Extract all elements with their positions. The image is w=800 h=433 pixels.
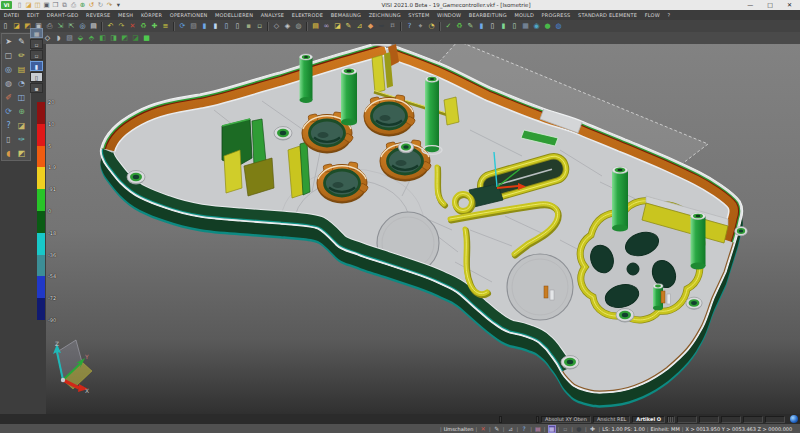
menu-analyse[interactable]: ANALYSE (257, 12, 288, 18)
menu-system[interactable]: SYSTEM (405, 12, 434, 18)
fit-view-icon[interactable]: ◇ (43, 33, 53, 43)
menu-edit[interactable]: EDIT (23, 12, 43, 18)
sphere-green-icon[interactable]: ● (543, 21, 553, 31)
maximize-button[interactable]: □ (767, 2, 773, 8)
menu-operationen[interactable]: OPERATIONEN (166, 12, 211, 18)
layer-blue-icon[interactable]: ▮ (200, 21, 210, 31)
ruler-icon[interactable]: ⊿ (355, 21, 365, 31)
recycle-icon[interactable]: ♻ (139, 21, 149, 31)
status-globe-icon[interactable] (790, 415, 798, 423)
cube-hidden-icon[interactable]: ◧ (98, 33, 108, 43)
cube-dark-icon[interactable]: ◪ (131, 33, 141, 43)
undo-icon[interactable]: ↺ (87, 1, 96, 10)
new-document-icon[interactable]: ▯ (15, 1, 24, 10)
menu-bema-ung[interactable]: BEMAßUNG (327, 12, 365, 18)
menu-progress[interactable]: PROGRESS (538, 12, 574, 18)
compass-icon[interactable]: ◔ (15, 76, 28, 90)
cube-gray-icon[interactable]: ▧ (189, 21, 199, 31)
user-clock-icon[interactable]: ◔ (427, 21, 437, 31)
menu-datei[interactable]: DATEI (0, 12, 23, 18)
menu-reverse[interactable]: REVERSE (82, 12, 114, 18)
export-icon[interactable]: ⧉ (60, 1, 69, 10)
dropdown-arrow-icon[interactable]: ▾ (114, 1, 123, 10)
filter-2-button[interactable]: ▫ (30, 50, 43, 60)
cube-shade-icon[interactable]: ⬘ (87, 33, 97, 43)
db-small-icon[interactable]: ▪ (244, 21, 254, 31)
menu-bearbeitung[interactable]: BEARBEITUNG (465, 12, 511, 18)
menu-standard-elemente[interactable]: STANDARD ELEMENTE (574, 12, 641, 18)
select-arrow-icon[interactable]: ➤ (2, 34, 15, 48)
menu-k-rper[interactable]: KÖRPER (137, 12, 166, 18)
catalog-icon[interactable]: ▤ (89, 21, 99, 31)
menu-zeichnung[interactable]: ZEICHNUNG (365, 12, 405, 18)
menu-elektrode[interactable]: ELEKTRODE (288, 12, 327, 18)
shade-sel-button[interactable]: ▮ (30, 61, 43, 71)
undo-icon[interactable]: ↶ (106, 21, 116, 31)
menu-window[interactable]: WINDOW (433, 12, 465, 18)
angle-icon[interactable]: ⊿ (506, 425, 514, 433)
menu-modellieren[interactable]: MODELLIEREN (211, 12, 257, 18)
filter-3-button[interactable]: ▪ (30, 83, 43, 93)
edit-check-icon[interactable]: ✎ (466, 21, 476, 31)
redo-icon[interactable]: ↷ (117, 21, 127, 31)
pencil-icon[interactable]: ✎ (344, 21, 354, 31)
save-icon[interactable]: ◫ (33, 1, 42, 10)
layer-cyl2-icon[interactable]: ▯ (233, 21, 243, 31)
pencil-icon[interactable]: ✎ (15, 34, 28, 48)
panel-icon[interactable]: ▦ (521, 21, 531, 31)
db-green-icon[interactable]: ▫ (255, 21, 265, 31)
globe2-icon[interactable]: ⊕ (15, 104, 28, 118)
recycle-ball-icon[interactable]: ♻ (455, 21, 465, 31)
redo-icon[interactable]: ↻ (96, 1, 105, 10)
cube-edge-icon[interactable]: ◩ (120, 33, 130, 43)
new-file-icon[interactable]: ▯ (1, 21, 11, 31)
window-copy-icon[interactable]: ❐ (51, 1, 60, 10)
hand-icon[interactable]: ◖ (2, 146, 15, 160)
mirror-icon[interactable]: ◈ (283, 21, 293, 31)
pen-edit-icon[interactable]: ✏ (15, 48, 28, 62)
globe-icon[interactable]: ◍ (554, 21, 564, 31)
toggle-label[interactable]: Umschalten (444, 426, 474, 432)
earth-icon[interactable]: ◉ (532, 21, 542, 31)
repeat-icon[interactable]: ↷ (105, 1, 114, 10)
plus-icon[interactable]: ✚ (589, 425, 597, 433)
web-icon[interactable]: ⊕ (78, 1, 87, 10)
stop-red-icon[interactable]: ✕ (479, 425, 487, 433)
cyl-white-icon[interactable]: ▯ (488, 21, 498, 31)
status-article[interactable]: Artikel O (632, 416, 665, 423)
menu-?[interactable]: ? (664, 12, 674, 18)
sphere-icon[interactable]: ◍ (2, 76, 15, 90)
select-help-icon[interactable]: ⌖ (416, 21, 426, 31)
help2-icon[interactable]: ? (2, 118, 15, 132)
layers-yellow-icon[interactable]: ▤ (311, 21, 321, 31)
rotate-icon[interactable]: ◍ (294, 21, 304, 31)
close-button[interactable]: ✕ (787, 2, 792, 8)
pipe-icon[interactable]: ➥ (377, 21, 387, 31)
minus-icon[interactable]: ≡ (161, 21, 171, 31)
folder2-icon[interactable]: ◪ (15, 118, 28, 132)
delete-red-icon[interactable]: ✕ (128, 21, 138, 31)
sheet-blue-icon[interactable]: ◫ (15, 90, 28, 104)
zoom-icon[interactable]: ◎ (2, 62, 15, 76)
minimize-button[interactable]: — (747, 2, 753, 8)
palette-icon[interactable]: ◩ (15, 146, 28, 160)
screen-icon[interactable]: ▣ (42, 1, 51, 10)
link-icon[interactable]: ∞ (322, 21, 332, 31)
menu-flow[interactable]: FLOW (641, 12, 664, 18)
snap-icon[interactable]: ▨ (65, 33, 75, 43)
print-icon[interactable]: ⎙ (45, 21, 55, 31)
shade-green-icon[interactable]: ✓ (444, 21, 454, 31)
zoom-doc-icon[interactable]: ◎ (78, 21, 88, 31)
cube-face-icon[interactable]: ◨ (109, 33, 119, 43)
open-file-icon[interactable]: ◪ (12, 21, 22, 31)
shade-lit-button[interactable]: ▯ (30, 72, 43, 82)
export-icon[interactable]: ⇱ (67, 21, 77, 31)
menu-mesh[interactable]: MESH (114, 12, 137, 18)
shell-icon[interactable]: ◗ (54, 33, 64, 43)
transform-icon[interactable]: ◇ (272, 21, 282, 31)
open-folder-icon[interactable]: ◪ (24, 1, 33, 10)
dock-top-button[interactable]: ▦ (30, 28, 43, 38)
folder-doc-icon[interactable]: ◪ (333, 21, 343, 31)
status-view-mode[interactable]: Ansicht REL (593, 416, 630, 423)
box-select-icon[interactable]: ▢ (2, 48, 15, 62)
